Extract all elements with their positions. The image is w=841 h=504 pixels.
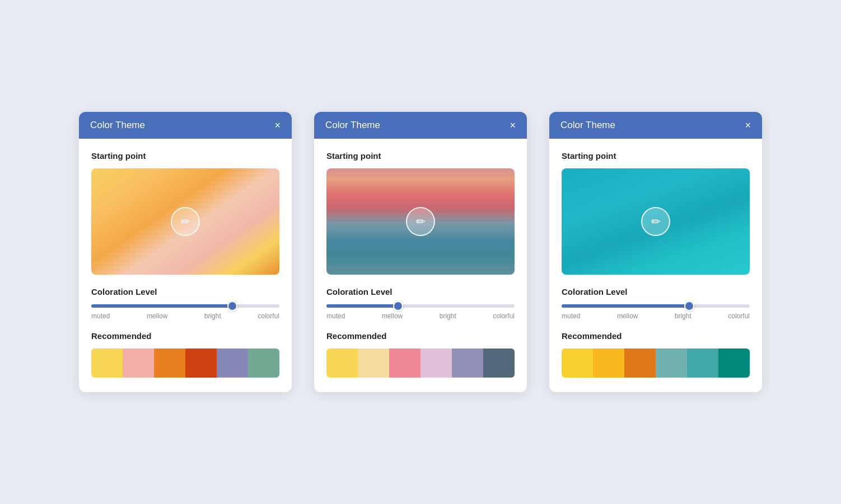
- color-swatch[interactable]: [248, 348, 279, 378]
- image-container[interactable]: ✏: [91, 168, 279, 275]
- coloration-label: Coloration Level: [91, 287, 279, 296]
- card-body: Starting point ✏ Coloration Level muted …: [314, 139, 527, 392]
- label-colorful: colorful: [728, 312, 750, 320]
- close-button[interactable]: ×: [745, 120, 751, 130]
- color-swatch[interactable]: [593, 348, 624, 378]
- color-swatch[interactable]: [91, 348, 123, 378]
- edit-overlay[interactable]: ✏: [171, 207, 200, 236]
- label-muted: muted: [562, 312, 580, 320]
- card-2: Color Theme × Starting point ✏ Coloratio…: [314, 112, 527, 392]
- label-colorful: colorful: [493, 312, 515, 320]
- color-swatches: [91, 348, 279, 378]
- color-swatch[interactable]: [389, 348, 421, 378]
- edit-overlay[interactable]: ✏: [641, 207, 670, 236]
- slider-track[interactable]: [326, 304, 515, 308]
- color-swatch[interactable]: [624, 348, 656, 378]
- image-container[interactable]: ✏: [562, 168, 750, 275]
- slider-thumb[interactable]: [227, 301, 237, 311]
- coloration-label: Coloration Level: [562, 287, 750, 296]
- card-title: Color Theme: [560, 120, 615, 131]
- card-1: Color Theme × Starting point ✏ Coloratio…: [79, 112, 292, 392]
- starting-point-label: Starting point: [562, 151, 750, 161]
- card-title: Color Theme: [325, 120, 380, 131]
- pencil-icon: ✏: [416, 215, 426, 228]
- pencil-icon: ✏: [651, 215, 661, 228]
- slider-container[interactable]: muted mellow bright colorful: [91, 304, 279, 320]
- card-header: Color Theme ×: [314, 112, 527, 139]
- color-swatch[interactable]: [326, 348, 358, 378]
- color-swatch[interactable]: [123, 348, 154, 378]
- slider-thumb[interactable]: [393, 301, 403, 311]
- cards-container: Color Theme × Starting point ✏ Coloratio…: [57, 78, 784, 426]
- card-header: Color Theme ×: [549, 112, 762, 139]
- slider-track[interactable]: [91, 304, 279, 308]
- slider-track[interactable]: [562, 304, 750, 308]
- recommended-label: Recommended: [91, 331, 279, 341]
- slider-thumb[interactable]: [684, 301, 694, 311]
- label-bright: bright: [204, 312, 221, 320]
- label-colorful: colorful: [258, 312, 279, 320]
- image-container[interactable]: ✏: [326, 168, 515, 275]
- label-muted: muted: [91, 312, 110, 320]
- color-swatch[interactable]: [217, 348, 248, 378]
- slider-container[interactable]: muted mellow bright colorful: [562, 304, 750, 320]
- pencil-icon: ✏: [181, 215, 190, 228]
- color-swatches: [326, 348, 515, 378]
- slider-labels: muted mellow bright colorful: [326, 312, 515, 320]
- color-swatch[interactable]: [154, 348, 185, 378]
- slider-labels: muted mellow bright colorful: [562, 312, 750, 320]
- slider-fill: [91, 304, 232, 308]
- recommended-section: Recommended: [91, 331, 279, 378]
- close-button[interactable]: ×: [274, 120, 281, 130]
- starting-point-label: Starting point: [326, 151, 515, 161]
- starting-point-label: Starting point: [91, 151, 279, 161]
- color-swatch[interactable]: [185, 348, 217, 378]
- color-swatch[interactable]: [483, 348, 515, 378]
- label-mellow: mellow: [147, 312, 167, 320]
- slider-container[interactable]: muted mellow bright colorful: [326, 304, 515, 320]
- card-body: Starting point ✏ Coloration Level muted …: [549, 139, 762, 392]
- recommended-section: Recommended: [562, 331, 750, 378]
- color-swatch[interactable]: [358, 348, 389, 378]
- coloration-section: Coloration Level muted mellow bright col…: [562, 287, 750, 320]
- color-swatch[interactable]: [452, 348, 483, 378]
- card-body: Starting point ✏ Coloration Level muted …: [79, 139, 292, 392]
- recommended-label: Recommended: [326, 331, 515, 341]
- coloration-section: Coloration Level muted mellow bright col…: [326, 287, 515, 320]
- edit-overlay[interactable]: ✏: [406, 207, 435, 236]
- color-swatch[interactable]: [421, 348, 452, 378]
- label-mellow: mellow: [382, 312, 403, 320]
- coloration-label: Coloration Level: [326, 287, 515, 296]
- close-button[interactable]: ×: [510, 120, 516, 130]
- card-title: Color Theme: [90, 120, 145, 131]
- color-swatch[interactable]: [718, 348, 750, 378]
- slider-labels: muted mellow bright colorful: [91, 312, 279, 320]
- coloration-section: Coloration Level muted mellow bright col…: [91, 287, 279, 320]
- color-swatches: [562, 348, 750, 378]
- color-swatch[interactable]: [687, 348, 718, 378]
- label-muted: muted: [326, 312, 345, 320]
- label-bright: bright: [675, 312, 692, 320]
- slider-fill: [562, 304, 689, 308]
- slider-fill: [326, 304, 398, 308]
- card-3: Color Theme × Starting point ✏ Coloratio…: [549, 112, 762, 392]
- card-header: Color Theme ×: [79, 112, 292, 139]
- label-bright: bright: [440, 312, 456, 320]
- color-swatch[interactable]: [562, 348, 593, 378]
- recommended-label: Recommended: [562, 331, 750, 341]
- recommended-section: Recommended: [326, 331, 515, 378]
- color-swatch[interactable]: [656, 348, 687, 378]
- label-mellow: mellow: [617, 312, 638, 320]
